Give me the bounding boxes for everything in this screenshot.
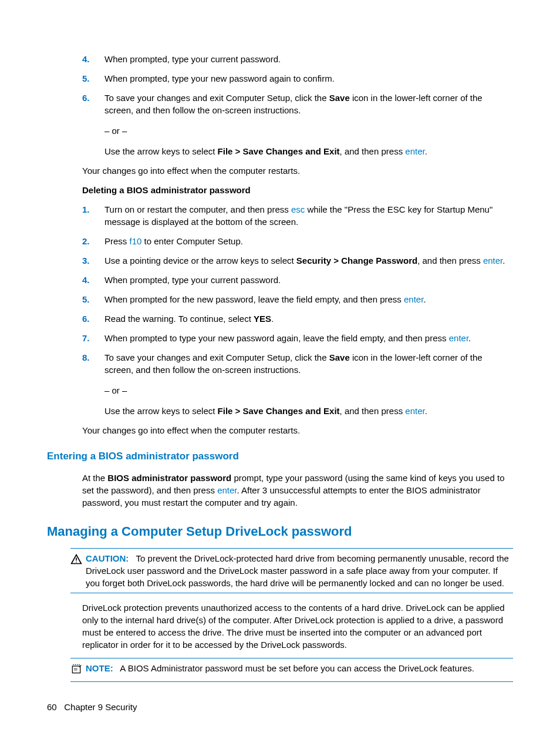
- enter-key-link[interactable]: enter: [483, 256, 502, 266]
- note-icon: [70, 663, 86, 678]
- ordered-list-1: 4. When prompted, type your current pass…: [82, 53, 513, 157]
- caution-box: CAUTION: To prevent the DriveLock-protec…: [70, 548, 513, 593]
- alt-instruction: Use the arrow keys to select File > Save…: [104, 405, 513, 417]
- list-text: When prompted, type your new password ag…: [104, 72, 513, 85]
- list-item: 3. Use a pointing device or the arrow ke…: [82, 254, 513, 267]
- list-item: 7. When prompted to type your new passwo…: [82, 332, 513, 344]
- list-number: 7.: [82, 332, 104, 344]
- list-number: 3.: [82, 254, 104, 267]
- enter-key-link[interactable]: enter: [449, 333, 468, 343]
- restart-note: Your changes go into effect when the com…: [82, 164, 513, 177]
- list-item: 5. When prompted for the new password, l…: [82, 293, 513, 305]
- caution-text: CAUTION: To prevent the DriveLock-protec…: [86, 552, 513, 589]
- list-number: 4.: [82, 274, 104, 286]
- list-number: 5.: [82, 72, 104, 85]
- list-item: 4. When prompted, type your current pass…: [82, 53, 513, 65]
- caution-icon: [70, 553, 86, 568]
- list-item: 6. To save your changes and exit Compute…: [82, 92, 513, 157]
- list-text: Press f10 to enter Computer Setup.: [104, 235, 513, 247]
- list-number: 6.: [82, 92, 104, 157]
- page-footer: 60 Chapter 9 Security: [47, 701, 137, 713]
- list-text: To save your changes and exit Computer S…: [104, 351, 513, 417]
- heading-entering-bios: Entering a BIOS administrator password: [47, 449, 513, 463]
- list-text: To save your changes and exit Computer S…: [104, 92, 513, 157]
- ordered-list-2: 1. Turn on or restart the computer, and …: [82, 203, 513, 417]
- chapter-label: Chapter 9 Security: [64, 702, 137, 712]
- entering-bios-paragraph: At the BIOS administrator password promp…: [82, 472, 513, 509]
- alt-instruction: Use the arrow keys to select File > Save…: [104, 145, 513, 157]
- list-text: Read the warning. To continue, select YE…: [104, 312, 513, 325]
- restart-note: Your changes go into effect when the com…: [82, 424, 513, 436]
- svg-rect-2: [72, 666, 80, 673]
- list-number: 5.: [82, 293, 104, 305]
- esc-key-link[interactable]: esc: [291, 204, 305, 214]
- list-text: When prompted, type your current passwor…: [104, 274, 513, 286]
- or-divider: – or –: [104, 125, 513, 137]
- list-number: 4.: [82, 53, 104, 65]
- list-text: When prompted to type your new password …: [104, 332, 513, 344]
- drivelock-paragraph: DriveLock protection prevents unauthoriz…: [82, 601, 513, 651]
- list-item: 5. When prompted, type your new password…: [82, 72, 513, 85]
- list-text: When prompted for the new password, leav…: [104, 293, 513, 305]
- list-number: 2.: [82, 235, 104, 247]
- list-item: 4. When prompted, type your current pass…: [82, 274, 513, 286]
- list-text: Turn on or restart the computer, and the…: [104, 203, 513, 228]
- sub-heading-delete: Deleting a BIOS administrator password: [82, 184, 513, 196]
- f10-key-link[interactable]: f10: [130, 236, 142, 246]
- list-item: 8. To save your changes and exit Compute…: [82, 351, 513, 417]
- list-item: 1. Turn on or restart the computer, and …: [82, 203, 513, 228]
- enter-key-link[interactable]: enter: [405, 406, 424, 416]
- or-divider: – or –: [104, 384, 513, 396]
- note-text: NOTE: A BIOS Administrator password must…: [86, 662, 513, 674]
- page-number: 60: [47, 702, 57, 712]
- list-text: When prompted, type your current passwor…: [104, 53, 513, 65]
- enter-key-link[interactable]: enter: [404, 294, 423, 304]
- list-text: Use a pointing device or the arrow keys …: [104, 254, 513, 267]
- enter-key-link[interactable]: enter: [217, 485, 237, 495]
- list-item: 2. Press f10 to enter Computer Setup.: [82, 235, 513, 247]
- list-item: 6. Read the warning. To continue, select…: [82, 312, 513, 325]
- svg-point-1: [76, 562, 77, 563]
- note-box: NOTE: A BIOS Administrator password must…: [70, 658, 513, 682]
- list-number: 6.: [82, 312, 104, 325]
- list-number: 1.: [82, 203, 104, 228]
- heading-managing-drivelock: Managing a Computer Setup DriveLock pass…: [47, 523, 513, 541]
- list-number: 8.: [82, 351, 104, 417]
- enter-key-link[interactable]: enter: [405, 146, 424, 156]
